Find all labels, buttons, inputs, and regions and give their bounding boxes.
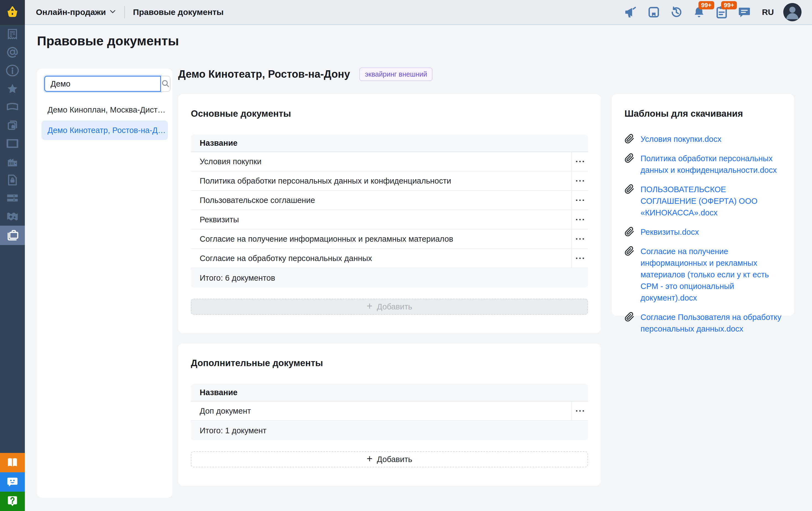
document-name: Реквизиты — [191, 210, 572, 229]
table-row: Доп документ — [191, 402, 588, 421]
row-menu-button[interactable] — [574, 158, 586, 164]
sidebar-item-file-report[interactable] — [0, 171, 25, 189]
paperclip-icon — [625, 227, 634, 237]
history-button[interactable] — [670, 5, 683, 19]
detail-header: Демо Кинотеатр, Ростов-на-Дону эквайринг… — [178, 68, 433, 81]
notes-button[interactable] — [647, 5, 660, 19]
info-icon — [6, 64, 19, 77]
document-name: Согласие на обработку персональных данны… — [191, 249, 572, 268]
paperclip-icon — [625, 312, 634, 322]
row-menu-button[interactable] — [574, 255, 586, 261]
row-menu-button[interactable] — [574, 216, 586, 223]
acquiring-badge: эквайринг внешний — [359, 68, 433, 81]
page-title: Правовые документы — [37, 33, 179, 48]
row-menu-button[interactable] — [574, 408, 586, 414]
workspace-menu[interactable]: Онлайн-продажи — [36, 7, 116, 17]
app-logo[interactable] — [0, 0, 25, 25]
sidebar-item-schedule[interactable] — [0, 25, 25, 43]
templates-title: Шаблоны для скачивания — [625, 108, 781, 119]
help-button[interactable] — [0, 492, 25, 511]
table-row: Согласие на получение информационных и р… — [191, 230, 588, 249]
language-button[interactable]: RU — [762, 7, 774, 17]
sidebar-item-copies[interactable] — [0, 116, 25, 134]
sidebar-item-cinema-building[interactable] — [0, 153, 25, 171]
download-templates-panel: Шаблоны для скачивания Условия покупки.d… — [612, 94, 794, 316]
sidebar-item-email[interactable] — [0, 43, 25, 61]
document-name: Согласие на получение информационных и р… — [191, 230, 572, 248]
ellipsis-icon — [575, 218, 585, 221]
template-download-link[interactable]: ПОЛЬЗОВАТЕЛЬСКОЕ СОГЛАШЕНИЕ (ОФЕРТА) ООО… — [640, 184, 781, 218]
table-row: Пользовательское соглашение — [191, 191, 588, 210]
sidebar-item-favorites[interactable] — [0, 80, 25, 98]
feedback-button[interactable] — [0, 472, 25, 492]
row-menu-button[interactable] — [574, 178, 586, 184]
table-row: Согласие на обработку персональных данны… — [191, 249, 588, 268]
announcements-button[interactable] — [625, 5, 638, 19]
notifications-button[interactable]: 99+ — [692, 5, 706, 19]
sidebar-item-events[interactable] — [0, 207, 25, 226]
template-download-link[interactable]: Согласие на получение информационных и р… — [640, 246, 781, 304]
chat-smile-icon — [6, 476, 19, 488]
document-name: Пользовательское соглашение — [191, 191, 572, 210]
sidebar-bottom-actions — [0, 453, 25, 511]
cinema-selector-panel: Демо Киноплан, Москва-Дист… Демо Кинотеа… — [37, 69, 172, 498]
paperclip-icon — [625, 184, 634, 194]
current-page-label: Правовые документы — [133, 7, 224, 17]
template-download-link[interactable]: Политика обработки персональных данных и… — [640, 153, 781, 176]
search-input[interactable] — [44, 76, 161, 92]
chevron-down-icon — [109, 9, 116, 15]
template-file-item: ПОЛЬЗОВАТЕЛЬСКОЕ СОГЛАШЕНИЕ (ОФЕРТА) ООО… — [625, 184, 781, 218]
documentation-button[interactable] — [0, 453, 25, 472]
cinema-list-item[interactable]: Демо Кинотеатр, Ростов-на-Д… — [41, 120, 168, 140]
template-file-item: Согласие на получение информационных и р… — [625, 246, 781, 304]
template-file-item: Политика обработки персональных данных и… — [625, 153, 781, 176]
sidebar-item-cinema-screen[interactable] — [0, 98, 25, 116]
ellipsis-icon — [575, 238, 585, 240]
document-name: Условия покупки — [191, 152, 572, 171]
tasks-button[interactable]: 99+ — [715, 5, 728, 19]
search-group — [44, 76, 166, 92]
search-button[interactable] — [161, 76, 170, 92]
copy-icon — [6, 119, 19, 131]
table-row: Политика обработки персональных данных и… — [191, 171, 588, 191]
at-sign-icon — [6, 46, 19, 59]
legal-documents-screen: Онлайн-продажи Правовые документы — [0, 0, 812, 511]
workspace-label: Онлайн-продажи — [36, 7, 106, 17]
user-avatar[interactable] — [783, 3, 802, 21]
template-download-link[interactable]: Согласие Пользователя на обработку персо… — [640, 311, 781, 334]
building-icon — [6, 156, 19, 168]
sidebar-item-banner[interactable] — [0, 134, 25, 153]
add-button-label: Добавить — [377, 302, 412, 311]
chat-bubble-icon — [738, 6, 751, 18]
sidebar-item-briefcase[interactable] — [0, 226, 25, 245]
add-main-document-button[interactable]: + Добавить — [191, 299, 588, 315]
cinema-list-item[interactable]: Демо Киноплан, Москва-Дист… — [41, 101, 168, 119]
template-download-link[interactable]: Условия покупки.docx — [640, 133, 721, 145]
template-file-item: Реквизиты.docx — [625, 226, 781, 238]
sidebar-item-info[interactable] — [0, 61, 25, 80]
paperclip-icon — [625, 153, 634, 163]
briefcase-icon — [5, 229, 19, 242]
ellipsis-icon — [575, 409, 585, 412]
sidebar-item-tickets[interactable] — [0, 189, 25, 207]
column-header-name: Название — [191, 388, 572, 397]
search-icon — [161, 79, 170, 89]
ellipsis-icon — [575, 180, 585, 182]
chat-button[interactable] — [738, 5, 751, 19]
star-icon — [6, 83, 19, 95]
cinema-list-item-label: Демо Киноплан, Москва-Дист… — [48, 105, 166, 114]
ellipsis-icon — [575, 257, 585, 260]
paperclip-icon — [625, 246, 634, 256]
cinema-list-item-label: Демо Кинотеатр, Ростов-на-Д… — [48, 126, 166, 135]
column-header-name: Название — [191, 138, 572, 147]
row-menu-button[interactable] — [574, 236, 586, 242]
ellipsis-icon — [575, 160, 585, 163]
sidebar — [0, 25, 25, 511]
megaphone-icon — [625, 6, 637, 18]
table-header-row: Название — [191, 384, 588, 402]
template-download-link[interactable]: Реквизиты.docx — [640, 226, 699, 238]
add-extra-document-button[interactable]: + Добавить — [191, 451, 588, 467]
main-documents-title: Основные документы — [191, 108, 588, 119]
row-menu-button[interactable] — [574, 197, 586, 203]
tickets-icon — [6, 193, 19, 204]
